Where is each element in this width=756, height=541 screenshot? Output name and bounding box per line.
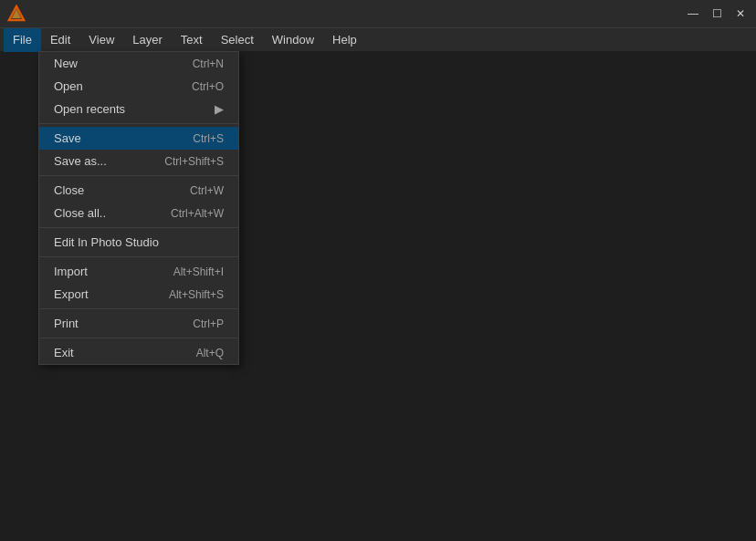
menu-item-export-shortcut: Alt+Shift+S xyxy=(169,288,224,301)
submenu-arrow-icon: ▶ xyxy=(215,102,224,116)
menu-item-close-all[interactable]: Close all.. Ctrl+Alt+W xyxy=(39,202,238,224)
menu-item-open-shortcut: Ctrl+O xyxy=(192,80,224,93)
menu-help[interactable]: Help xyxy=(323,28,366,52)
menu-item-open-recents-label: Open recents xyxy=(54,102,125,116)
menu-bar: File Edit View Layer Text Select Window … xyxy=(0,27,756,51)
menu-item-print[interactable]: Print Ctrl+P xyxy=(39,312,238,335)
menu-select[interactable]: Select xyxy=(212,28,263,52)
menu-item-close[interactable]: Close Ctrl+W xyxy=(39,179,238,202)
menu-item-open-label: Open xyxy=(54,79,83,93)
menu-window[interactable]: Window xyxy=(263,28,323,52)
menu-item-open-recents[interactable]: Open recents ▶ xyxy=(39,98,238,120)
menu-item-exit-label: Exit xyxy=(54,346,74,359)
minimize-button[interactable]: — xyxy=(685,5,701,22)
menu-item-export[interactable]: Export Alt+Shift+S xyxy=(39,283,238,306)
menu-item-export-label: Export xyxy=(54,287,89,301)
title-bar-controls: — ☐ ✕ xyxy=(685,5,749,22)
menu-item-close-label: Close xyxy=(54,183,84,197)
menu-item-new-label: New xyxy=(54,57,78,70)
menu-item-close-shortcut: Ctrl+W xyxy=(190,184,224,197)
menu-item-save-shortcut: Ctrl+S xyxy=(193,132,224,145)
menu-item-close-all-label: Close all.. xyxy=(54,206,106,220)
maximize-button[interactable]: ☐ xyxy=(709,5,725,22)
menu-item-import[interactable]: Import Alt+Shift+I xyxy=(39,260,238,283)
separator-6 xyxy=(39,338,238,338)
menu-view[interactable]: View xyxy=(79,28,123,52)
separator-5 xyxy=(39,308,238,309)
menu-item-close-all-shortcut: Ctrl+Alt+W xyxy=(171,207,224,220)
close-button[interactable]: ✕ xyxy=(732,5,749,22)
menu-item-import-shortcut: Alt+Shift+I xyxy=(173,265,224,278)
menu-item-edit-photo-studio[interactable]: Edit In Photo Studio xyxy=(39,231,238,254)
menu-item-new-shortcut: Ctrl+N xyxy=(193,57,224,70)
title-bar: — ☐ ✕ xyxy=(0,0,756,27)
menu-edit[interactable]: Edit xyxy=(41,28,79,52)
menu-item-save-as[interactable]: Save as... Ctrl+Shift+S xyxy=(39,150,238,172)
app-logo-icon xyxy=(7,5,26,23)
menu-item-import-label: Import xyxy=(54,265,88,278)
title-bar-left xyxy=(7,5,29,23)
menu-item-print-shortcut: Ctrl+P xyxy=(193,317,224,330)
menu-layer[interactable]: Layer xyxy=(123,28,172,52)
menu-text[interactable]: Text xyxy=(172,28,212,52)
menu-item-exit[interactable]: Exit Alt+Q xyxy=(39,341,238,364)
menu-file[interactable]: File xyxy=(4,28,41,52)
separator-1 xyxy=(39,123,238,124)
separator-4 xyxy=(39,256,238,257)
menu-item-open[interactable]: Open Ctrl+O xyxy=(39,75,238,98)
menu-item-new[interactable]: New Ctrl+N xyxy=(39,52,238,75)
menu-item-print-label: Print xyxy=(54,317,79,330)
file-dropdown-menu: New Ctrl+N Open Ctrl+O Open recents ▶ Sa… xyxy=(38,51,239,365)
menu-item-exit-shortcut: Alt+Q xyxy=(196,347,224,359)
separator-3 xyxy=(39,227,238,228)
menu-item-save-label: Save xyxy=(54,131,81,145)
menu-item-save-as-label: Save as... xyxy=(54,154,107,168)
menu-item-save[interactable]: Save Ctrl+S xyxy=(39,127,238,150)
separator-2 xyxy=(39,175,238,176)
menu-item-edit-photo-studio-label: Edit In Photo Studio xyxy=(54,235,159,249)
menu-item-save-as-shortcut: Ctrl+Shift+S xyxy=(164,155,224,168)
